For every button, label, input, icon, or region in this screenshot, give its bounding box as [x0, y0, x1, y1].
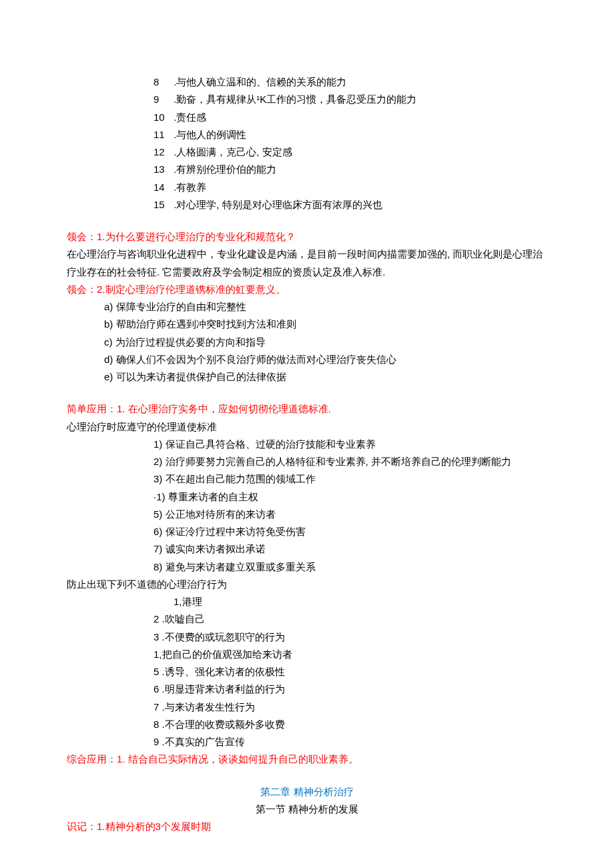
list-item: e) 可以为来访者提供保护自己的法律依据 [67, 368, 547, 386]
spacer [67, 386, 547, 400]
item-text: .与他人确立温和的、信赖的关系的能力 [171, 76, 346, 87]
item-text: .与他人的例调性 [171, 129, 246, 140]
item-number: 10 [154, 109, 171, 126]
list-ethical-standards: 1) 保证自己具符合格、过硬的治疗技能和专业素养 2) 治疗师要努力完善自己的人… [67, 436, 547, 576]
list-item: 2) 治疗师要努力完善自己的人格特征和专业素养, 并不断培养自己的伦理判断能力 [67, 453, 547, 470]
section-title: 第一节 精神分析的发展 [67, 801, 547, 818]
item-text: .对心理学, 特别是对心理临床方面有浓厚的兴也 [171, 199, 382, 210]
list-item: 1,把自己的价值观强加给来访者 [67, 646, 547, 663]
item-text: .有辨别伦理价伯的能力 [171, 163, 276, 175]
list-item: 9 .勤奋，具有规律从¹K工作的习惯，具备忍受压力的能力 [67, 91, 547, 108]
list-item: 11 .与他人的例调性 [67, 126, 547, 143]
paragraph: 心理治疗时应遵守的伦理道使标准 [67, 418, 547, 436]
list-item: 14 .有教养 [67, 179, 547, 196]
list-item: 2 .吹嘘自己 [67, 610, 547, 628]
list-item: 8 .与他人确立温和的、信赖的关系的能力 [67, 73, 547, 91]
chapter-title: 第二章 精神分析治疗 [67, 783, 547, 801]
paragraph: 在心理治疗与咨询职业化进程中，专业化建设是内涵，是目前一段时间内描需要加强的, … [67, 246, 547, 281]
heading-comprehend-2: 领会：2.制定心理治疗伦理道镌标准的虹要意义。 [67, 281, 547, 298]
list-item: 3) 不在超出自己能力范围的领域工作 [67, 470, 547, 488]
list-item: 7) 诚实向来访者㧐出承诺 [67, 540, 547, 558]
list-item: 15 .对心理学, 特别是对心理临床方面有浓厚的兴也 [67, 196, 547, 213]
list-item: 9 .不真实的广告宣传 [67, 733, 547, 751]
list-item: 6 .明显违背来访者利益的行为 [67, 681, 547, 698]
list-item: 5 .诱导、强化来访者的依极性 [67, 663, 547, 681]
list-item: 1,港理 [67, 593, 547, 610]
list-item: 6) 保证泠疗过程中来访符免受伤害 [67, 523, 547, 540]
item-number: 11 [154, 126, 171, 143]
item-number: 8 [154, 73, 171, 91]
list-item: 8 .不合理的收费或额外多收费 [67, 716, 547, 733]
list-item: 3 .不便费的或玩忽职守的行为 [67, 628, 547, 646]
spacer [67, 769, 547, 783]
list-item: 7 .与来访者发生性行为 [67, 699, 547, 716]
item-text: .勤奋，具有规律从¹K工作的习惯，具备忍受压力的能力 [171, 93, 416, 105]
list-item: 5) 公正地对待所有的来访者 [67, 506, 547, 523]
list-significance: a) 保障专业治疗的自由和完整性 b) 帮助治疗师在遇到冲突时找到方法和准则 c… [67, 298, 547, 386]
list-item: 10 .责任感 [67, 109, 547, 126]
heading-simple-application: 简单应用：1. 在心理治疗实务中，应如何切彻伦理道德标准. [67, 400, 547, 418]
item-number: 14 [154, 179, 171, 196]
paragraph: 防止出现下列不道德的心理治疗行为 [67, 576, 547, 593]
list-unethical-behaviors: 1,港理 2 .吹嘘自己 3 .不便费的或玩忽职守的行为 1,把自己的价值观强加… [67, 593, 547, 751]
spacer [67, 213, 547, 228]
document-page: 8 .与他人确立温和的、信赖的关系的能力 9 .勤奋，具有规律从¹K工作的习惯，… [0, 0, 614, 868]
heading-comprehend-1: 领会：1.为什么要进行心理治疗的专业化和规范化？ [67, 228, 547, 246]
list-item: a) 保障专业治疗的自由和完整性 [67, 298, 547, 316]
item-number: 13 [154, 161, 171, 178]
list-item: b) 帮助治疗师在遇到冲突时找到方法和准则 [67, 316, 547, 333]
heading-comprehensive-application: 综合应用：1. 结合自己实际情况，谈谈如何提升自己的职业素养。 [67, 751, 547, 768]
item-text: .有教养 [171, 181, 206, 193]
list-abilities: 8 .与他人确立温和的、信赖的关系的能力 9 .勤奋，具有规律从¹K工作的习惯，… [67, 73, 547, 213]
item-number: 15 [154, 196, 171, 213]
list-item: 13 .有辨别伦理价伯的能力 [67, 161, 547, 178]
item-text: .责任感 [171, 111, 206, 123]
item-number: 9 [154, 91, 171, 108]
list-item: d) 确保人们不会因为个别不良治疗师的做法而对心理治疗丧失信心 [67, 351, 547, 368]
item-text: .人格圆满，克己心, 安定感 [171, 146, 292, 157]
heading-memorize-1: 识记：1.精神分析的3个发展时期 [67, 818, 547, 835]
list-item: 12 .人格圆满，克己心, 安定感 [67, 143, 547, 161]
item-number: 12 [154, 143, 171, 161]
list-item: c) 为治疗过程提供必要的方向和指导 [67, 334, 547, 351]
list-item: 1) 保证自己具符合格、过硬的治疗技能和专业素养 [67, 436, 547, 453]
list-item: ·1) 尊重来访者的自主权 [67, 488, 547, 506]
list-item: 8) 避免与来访者建立双重或多重关系 [67, 558, 547, 576]
